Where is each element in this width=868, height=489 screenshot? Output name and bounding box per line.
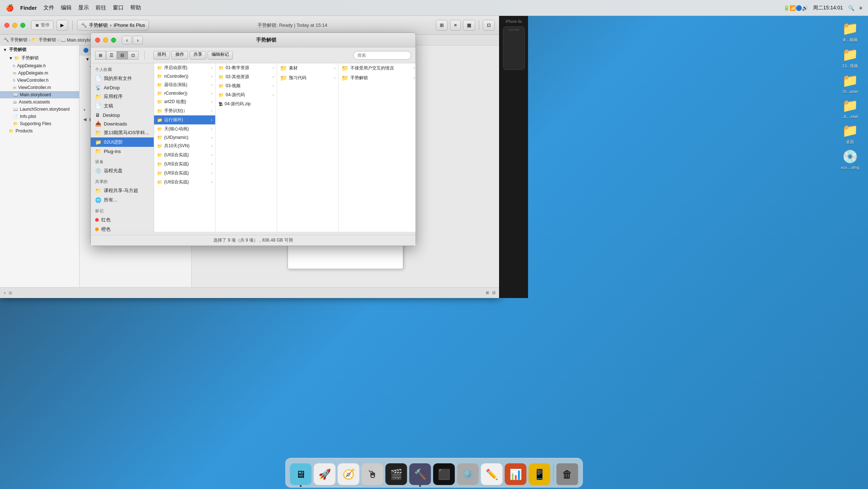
dock-powerpoint[interactable]: 📊 [505,463,527,485]
dock-terminal[interactable]: ⬛ [433,463,455,485]
dock-movie[interactable]: 🎬 [386,463,407,485]
col1-item-13[interactable]: 📁 (UI综合实战) › [154,169,215,178]
bottom-icon-2[interactable]: ◎ [9,290,12,295]
col1-item-5[interactable]: 📁 art2D 绘图) › [154,97,215,106]
desktop-folder-3[interactable]: 📁 .SI...aster [835,72,865,95]
col1-item-11[interactable]: 📁 (UI综合实战) › [154,150,215,160]
finder-forward[interactable]: › [133,36,143,44]
view-column-mode[interactable]: ⊟ [117,51,128,60]
desktop-folder-1[interactable]: 📁 未...频频 [835,20,865,44]
col1-item-6[interactable]: 📁 手势识别)） › [154,106,215,115]
col1-item-3[interactable]: 📁 器综合演练) › [154,80,215,89]
sidebar-remote-disc[interactable]: 💿 远程光盘 [91,166,154,175]
dock-sketch[interactable]: ✏️ [481,463,503,485]
dock-cursor[interactable]: 🖱 [362,463,383,485]
finder-back[interactable]: ‹ [122,36,132,44]
share-btn[interactable]: 共享 [190,51,206,60]
menubar-search-icon[interactable]: 🔍 [848,5,854,11]
col2-item-3[interactable]: 📁 03-视频 › [216,81,277,90]
col1-item-14[interactable]: 📁 (UI综合实战) › [154,178,215,187]
close-button[interactable] [4,23,9,28]
scheme-selector[interactable]: 🔨 手势解锁 › iPhone 6s Plus [77,20,149,31]
utilities-toggle[interactable]: ⊡ [483,20,495,31]
dock-app1[interactable]: 📱 [529,463,550,485]
nav-supporting[interactable]: 📁 Supporting Files [0,120,79,127]
dock-settings[interactable]: ⚙️ [457,463,479,485]
dock-safari[interactable]: 🧭 [338,463,359,485]
desktop-folder-dmg[interactable]: 💿 xco....dmg [835,148,865,171]
nav-root[interactable]: ▼ 手势解锁 [0,46,79,54]
menubar-view[interactable]: 显示 [78,4,89,11]
nav-viewcontroller-m[interactable]: m ViewController.m [0,84,79,91]
col2-item-2[interactable]: 📁 02-其他资源 › [216,72,277,81]
view-cover-mode[interactable]: ⊡ [128,51,139,60]
dock-xcode[interactable]: 🔨 [409,463,431,485]
minimize-button[interactable] [12,23,17,28]
sidebar-documents[interactable]: 📄 文稿 [91,101,154,111]
menubar-edit[interactable]: 编辑 [61,4,72,11]
finder-close[interactable] [95,38,100,43]
breadcrumb-item-2[interactable]: 📁 手势解锁 [32,37,56,43]
col1-item-8[interactable]: 📁 天(核心动画) › [154,124,215,133]
menubar-window[interactable]: 窗口 [113,4,124,11]
finder-maximize[interactable] [111,38,116,43]
nav-products[interactable]: 📁 Products [0,127,79,135]
tag-btn[interactable]: 编辑标记 [208,51,233,60]
col2-item-1[interactable]: 📁 01-教学资源 › [216,63,277,72]
col2-item-4[interactable]: 📁 04-源代码 › [216,90,277,99]
run-button[interactable]: ▶ [56,20,68,31]
nav-assets[interactable]: 🗂 Assets.xcassets [0,98,79,106]
dock-trash[interactable]: 🗑 [557,463,578,485]
assistant-toggle[interactable]: ▦ [463,20,475,31]
col4-item-1[interactable]: 📁 不接受用户交互的情况 › [339,63,416,73]
col1-item-9[interactable]: 📁 (UIDynamic) › [154,133,215,141]
sidebar-airdrop[interactable]: 📡 AirDrop [91,83,154,92]
col3-item-1[interactable]: 📁 素材 › [277,63,338,73]
scene-prev-icon[interactable]: ◀ [83,117,86,122]
bottom-add-icon[interactable]: + [4,291,6,295]
nav-infoplist[interactable]: 📄 Info.plist [0,113,79,120]
finder-search-input[interactable] [353,51,411,60]
dock-finder[interactable]: 🖥 [290,463,312,485]
finder-scrollbar[interactable] [91,232,416,235]
col1-item-10[interactable]: 📁 共10天(SVN) › [154,141,215,150]
sidebar-applications[interactable]: 📁 应用程序 [91,92,154,101]
nav-group-main[interactable]: ▼ 📁 手势解锁 [0,54,79,62]
sidebar-period13[interactable]: 📁 第13期黑马iOS学科... [91,128,154,137]
sidebar-tag-orange[interactable]: 橙色 [91,225,154,232]
desktop-folder-4[interactable]: 📁 .JL...etail [835,97,865,120]
sidebar-all-files[interactable]: 📄 我的所有文件 [91,74,154,83]
col1-item-1[interactable]: 📁 序启动原理) › [154,63,215,72]
col1-item-4[interactable]: 📁 rController)) › [154,89,215,97]
nav-main-storyboard[interactable]: 📖 Main.storyboard [0,91,79,98]
view-list-mode[interactable]: ☰ [106,51,117,60]
action-btn[interactable]: 操作 [171,51,188,60]
sidebar-02ui[interactable]: 📁 02UI进阶 [91,137,154,147]
sidebar-downloads[interactable]: 📥 Downloads [91,119,154,128]
menubar-file[interactable]: 文件 [43,4,54,11]
sort-btn[interactable]: 排列 [153,51,170,60]
nav-launchscreen[interactable]: 📖 LaunchScreen.storyboard [0,106,79,113]
nav-appdelegate-h[interactable]: h AppDelegate.h [0,62,79,69]
nav-viewcontroller-h[interactable]: h ViewController.h [0,77,79,84]
sidebar-desktop[interactable]: 🖥 Desktop [91,111,154,119]
finder-minimize[interactable] [103,38,108,43]
nav-appdelegate-m[interactable]: m AppDelegate.m [0,69,79,77]
sidebar-all-shared[interactable]: 🌐 所有... [91,195,154,205]
col1-item-12[interactable]: 📁 (UI综合实战) › [154,160,215,169]
pause-button[interactable]: ⏹ 暂停 [31,20,54,30]
menubar-help[interactable]: 帮助 [130,4,141,11]
breadcrumb-item-1[interactable]: 🔨 手势解锁 [4,37,27,43]
col4-item-2[interactable]: 📁 手势解锁 › [339,73,416,83]
navigator-toggle[interactable]: ⊞ [436,20,448,31]
maximize-button[interactable] [20,23,25,28]
bottom-layout-icon[interactable]: ⊞ [486,290,489,295]
dock-launchpad[interactable]: 🚀 [314,463,336,485]
bottom-layout-icon-2[interactable]: ⊟ [492,290,495,295]
menubar-go[interactable]: 前往 [95,4,106,11]
col2-item-5[interactable]: 🗜 04-源代码.zip [216,99,277,109]
editor-toggle[interactable]: ≡ [450,20,461,31]
menubar-app-name[interactable]: Finder [20,5,37,11]
menubar-control[interactable]: ≡ [859,5,862,11]
view-icon-mode[interactable]: ⊞ [95,51,106,60]
